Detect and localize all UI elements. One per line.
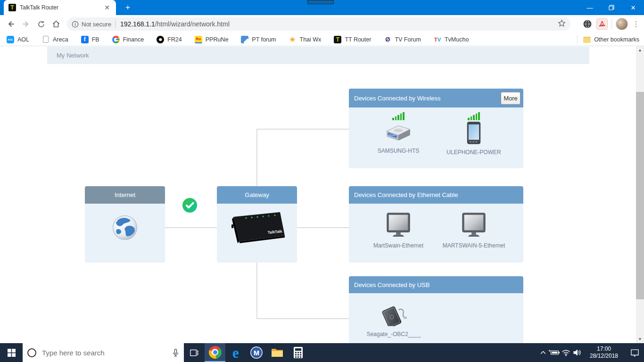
bookmark-label: AOL [17,36,29,43]
scrollbar-thumb[interactable] [636,92,644,299]
security-label[interactable]: Not secure [82,21,111,28]
bookmark-tvmucho[interactable]: TV TvMucho [434,36,469,43]
bookmark-tv-forum[interactable]: Ø TV Forum [384,36,421,43]
settop-box-icon [384,123,413,143]
bookmark-fb[interactable]: f FB [81,36,99,43]
usb-panel-title: Devices Connected by USB [354,281,429,288]
tab-close-icon[interactable]: ✕ [103,3,111,12]
globe-extension-icon[interactable] [582,19,593,29]
url-path[interactable]: /html/wizard/network.html [155,20,230,28]
forward-icon [22,20,30,28]
new-tab-button[interactable]: + [122,3,134,12]
m-app-icon: M [250,346,263,359]
bookmark-star-button[interactable] [558,19,566,29]
gateway-body: TalkTalk [217,204,297,263]
ethernet-panel-header: Devices Connected by Ethernet Cable [349,186,523,204]
router-page: My Network Internet [0,46,636,343]
internet-label: Internet [115,191,135,198]
bookmark-label: TT Router [345,36,371,43]
action-center-icon [630,349,639,357]
reload-button[interactable] [34,17,48,31]
internet-body [85,204,165,263]
tab-title: TalkTalk Router [20,4,103,11]
google-icon [112,36,120,43]
restore-button[interactable] [601,0,622,15]
device-name: ULEPHONE-POWER [446,149,501,156]
bookmark-pprune[interactable]: Ru PPRuNe [195,36,229,43]
taskbar-clock[interactable]: 17:00 28/12/2018 [586,346,622,360]
taskbar-app-edge[interactable]: e [225,343,246,362]
taskbar: e M 17:00 28/12/2018 [0,343,644,362]
url-host[interactable]: 192.168.1.1 [120,20,155,28]
scroll-down-icon[interactable]: ▼ [636,335,644,343]
home-button[interactable] [49,17,63,31]
browser-menu-button[interactable]: ⋮ [632,20,640,28]
browser-toolbar: Not secure 192.168.1.1 /html/wizard/netw… [0,15,644,33]
scroll-up-icon[interactable]: ▲ [636,46,644,54]
taskbar-app-calculator[interactable] [288,343,308,362]
wireless-panel-body: SAMSUNG-HTS [349,107,523,168]
tray-battery-button[interactable] [549,343,560,362]
tray-wifi-button[interactable] [560,343,571,362]
taskbar-app-m[interactable]: M [246,343,267,362]
connector-usb [256,318,349,319]
internet-node: Internet [85,186,165,263]
smartphone-icon [467,122,481,144]
minimize-button[interactable]: — [579,0,601,15]
action-center-button[interactable] [625,343,644,362]
desktop-monitor-icon [461,212,487,238]
forward-button[interactable] [19,17,33,31]
ethernet-device[interactable]: MartSwain-Ethernet [361,212,436,263]
ethernet-panel-title: Devices Connected by Ethernet Cable [354,191,458,198]
usb-drive-icon [379,302,409,326]
bookmark-fr24[interactable]: ◉ FR24 [157,36,182,43]
usb-device[interactable]: Seagate_-OBC2____ [356,302,431,343]
connector-wireless [256,129,349,130]
wifi-icon [561,349,570,356]
bookmark-aol[interactable]: Aol. AOL [7,36,29,43]
windows-logo-icon [8,349,16,357]
device-name: SAMSUNG-HTS [378,148,420,154]
close-button[interactable]: ✕ [622,0,644,15]
back-button[interactable] [4,17,18,31]
bookmark-pt-forum[interactable]: PT forum [241,36,276,43]
start-button[interactable] [0,343,23,362]
task-view-button[interactable] [184,343,205,362]
wireless-more-button[interactable]: More [501,92,520,105]
desktop-monitor-icon [385,212,412,238]
bookmarks-separator [577,35,578,44]
adobe-acrobat-extension-icon[interactable] [596,18,608,30]
gateway-label: Gateway [245,191,269,198]
page-scrollbar[interactable]: ▲ ▼ [636,46,644,343]
back-icon [7,20,15,28]
internet-header: Internet [85,186,165,204]
taskbar-app-explorer[interactable] [267,343,288,362]
connector-gateway-ethernet [297,227,349,228]
address-bar[interactable]: Not secure 192.168.1.1 /html/wizard/netw… [67,17,570,31]
browser-tab[interactable]: T TalkTalk Router ✕ [4,0,116,15]
profile-avatar[interactable] [616,18,628,30]
taskbar-app-chrome[interactable] [205,343,225,362]
bookmark-areca[interactable]: Areca [42,36,68,43]
bookmark-finance[interactable]: Finance [112,36,144,43]
tvmucho-icon: TV [434,36,441,43]
microphone-icon[interactable] [172,348,179,357]
bookmark-thai-wx[interactable]: ☀ Thai Wx [289,36,322,43]
search-input[interactable] [42,349,172,357]
sun-icon: ☀ [289,36,297,43]
page-title: My Network [47,47,589,64]
wireless-device[interactable]: ULEPHONE-POWER [436,107,512,168]
wireless-device[interactable]: SAMSUNG-HTS [361,107,436,168]
other-bookmarks-button[interactable]: Other bookmarks [577,33,639,46]
system-tray: 17:00 28/12/2018 [537,343,644,362]
star-icon [558,19,566,27]
bookmark-tt-router[interactable]: T TT Router [334,36,371,43]
ethernet-device[interactable]: MARTSWAIN-5-Ethernet [436,212,512,263]
taskbar-search[interactable] [23,343,184,362]
task-view-icon [190,348,199,357]
connector-gateway-up [256,129,257,186]
tray-chevron-button[interactable] [537,343,549,362]
tray-volume-button[interactable] [571,343,583,362]
reload-icon [37,20,45,28]
chevron-up-icon [540,351,546,354]
